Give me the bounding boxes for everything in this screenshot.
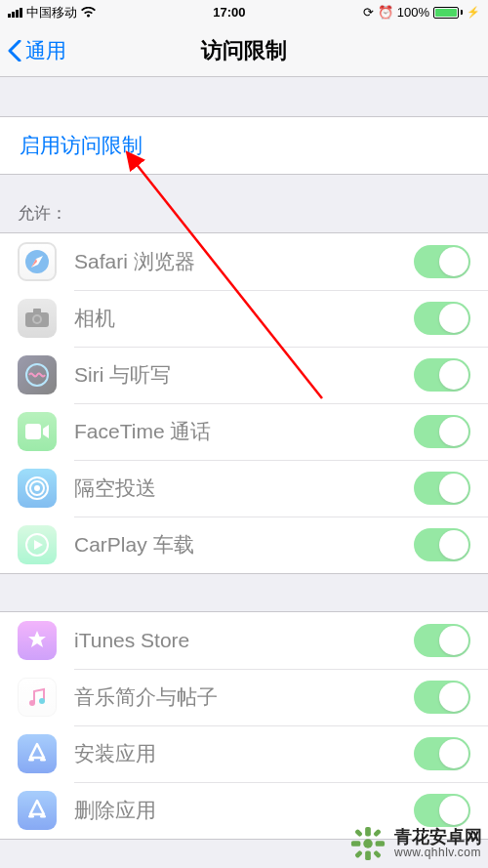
svg-point-12 xyxy=(39,698,45,704)
svg-rect-2 xyxy=(33,309,41,313)
toggle-delete[interactable] xyxy=(414,794,470,827)
charging-icon: ⚡ xyxy=(467,6,480,19)
row-siri: Siri 与听写 xyxy=(0,347,488,403)
toggle-carplay[interactable] xyxy=(414,528,470,561)
status-bar: 中国移动 17:00 ⟳ ⏰ 100% ⚡ xyxy=(0,0,488,24)
watermark: 青花安卓网 www.qhhlv.com xyxy=(349,825,482,862)
row-label: FaceTime 通话 xyxy=(74,418,414,445)
siri-icon xyxy=(18,355,57,394)
facetime-icon xyxy=(18,412,57,451)
svg-rect-6 xyxy=(25,424,41,439)
row-label: Safari 浏览器 xyxy=(74,248,414,275)
row-label: 隔空投送 xyxy=(74,475,414,502)
svg-rect-21 xyxy=(376,841,386,847)
watermark-logo-icon xyxy=(349,825,386,862)
signal-icon xyxy=(8,8,22,18)
toggle-safari[interactable] xyxy=(414,245,470,278)
airdrop-icon xyxy=(18,469,57,508)
carrier-label: 中国移动 xyxy=(26,4,77,21)
svg-rect-16 xyxy=(40,815,46,818)
enable-restrictions-label: 启用访问限制 xyxy=(20,132,142,159)
row-label: iTunes Store xyxy=(74,629,414,652)
appstore-icon xyxy=(18,734,57,773)
safari-icon xyxy=(18,242,57,281)
svg-rect-19 xyxy=(365,851,371,861)
orientation-lock-icon: ⟳ xyxy=(363,5,374,20)
svg-point-7 xyxy=(34,485,40,491)
alarm-icon: ⏰ xyxy=(378,5,393,20)
row-carplay: CarPlay 车载 xyxy=(0,517,488,573)
row-label: 音乐简介与帖子 xyxy=(74,683,414,711)
toggle-install[interactable] xyxy=(414,737,470,770)
svg-rect-18 xyxy=(365,827,371,837)
row-camera: 相机 xyxy=(0,290,488,347)
row-label: 删除应用 xyxy=(74,797,414,824)
row-facetime: FaceTime 通话 xyxy=(0,403,488,460)
row-label: 相机 xyxy=(74,305,414,332)
battery-percent: 100% xyxy=(397,5,429,20)
battery-icon xyxy=(433,7,463,19)
back-label: 通用 xyxy=(25,37,66,64)
svg-rect-20 xyxy=(351,841,361,847)
row-airdrop: 隔空投送 xyxy=(0,460,488,517)
row-label: Siri 与听写 xyxy=(74,361,414,389)
clock: 17:00 xyxy=(213,5,245,20)
svg-rect-22 xyxy=(354,829,363,838)
enable-restrictions-button[interactable]: 启用访问限制 xyxy=(0,117,488,174)
toggle-airdrop[interactable] xyxy=(414,472,470,505)
row-install: 安装应用 xyxy=(0,725,488,782)
toggle-camera[interactable] xyxy=(414,302,470,335)
svg-point-11 xyxy=(29,700,35,706)
row-music: 音乐简介与帖子 xyxy=(0,669,488,725)
appstore-icon xyxy=(18,791,57,830)
itunes-icon xyxy=(18,621,57,660)
svg-rect-24 xyxy=(354,850,363,859)
nav-bar: 通用 访问限制 xyxy=(0,24,488,77)
row-label: 安装应用 xyxy=(74,740,414,767)
allow-header: 允许： xyxy=(0,175,488,232)
store-group: iTunes Store 音乐简介与帖子 安装应用 删除应用 xyxy=(0,611,488,840)
row-label: CarPlay 车载 xyxy=(74,531,414,558)
back-button[interactable]: 通用 xyxy=(8,37,66,64)
watermark-title: 青花安卓网 xyxy=(394,828,482,847)
svg-rect-13 xyxy=(28,759,34,762)
toggle-facetime[interactable] xyxy=(414,415,470,448)
row-itunes: iTunes Store xyxy=(0,612,488,669)
carplay-icon xyxy=(18,525,57,564)
enable-group: 启用访问限制 xyxy=(0,116,488,175)
toggle-music[interactable] xyxy=(414,681,470,714)
svg-rect-23 xyxy=(373,829,382,838)
camera-icon xyxy=(18,299,57,338)
svg-point-26 xyxy=(363,839,373,848)
allow-group: Safari 浏览器 相机 Siri 与听写 FaceTime 通话 隔空投送 xyxy=(0,232,488,574)
svg-rect-25 xyxy=(373,850,382,859)
svg-rect-15 xyxy=(28,815,34,818)
music-icon xyxy=(18,678,57,717)
svg-point-4 xyxy=(34,316,40,322)
watermark-url: www.qhhlv.com xyxy=(394,847,482,859)
page-title: 访问限制 xyxy=(0,36,488,65)
toggle-itunes[interactable] xyxy=(414,624,470,657)
chevron-left-icon xyxy=(8,40,21,62)
row-safari: Safari 浏览器 xyxy=(0,233,488,290)
wifi-icon xyxy=(81,7,96,19)
svg-rect-14 xyxy=(40,759,46,762)
toggle-siri[interactable] xyxy=(414,358,470,392)
